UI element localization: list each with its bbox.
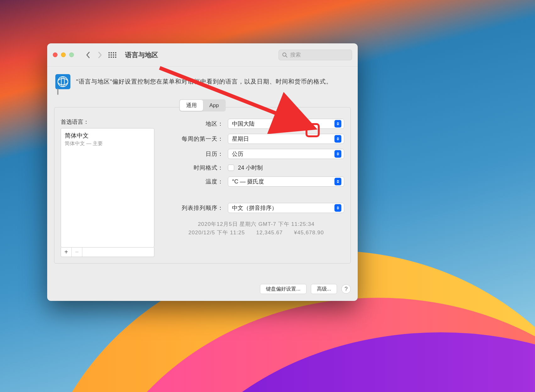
temperature-value: °C — 摄氏度 [232,178,264,185]
search-field[interactable] [279,50,352,60]
sort-order-label: 列表排列顺序： [168,204,223,212]
tab-bar: 通用 App [47,99,358,112]
preferences-window: 语言与地区 "语言与地区"偏好设置控制您在菜单和对话框中看到的语言，以及日期、时… [47,43,358,301]
format-preview: 2020年12月5日 星期六 GMT-7 下午 11:25:34 2020/12… [168,220,344,237]
svg-point-0 [283,53,286,56]
zoom-icon [69,52,74,57]
advanced-button[interactable]: 高级... [311,284,337,294]
preview-number: 12,345.67 [256,230,283,236]
chevron-updown-icon [334,120,341,128]
first-weekday-popup[interactable]: 星期日 [228,134,344,144]
chevron-updown-icon [334,204,341,212]
24hr-checkbox[interactable] [228,165,234,171]
region-label: 地区： [168,120,223,128]
back-button[interactable] [83,49,93,61]
content-panel: 首选语言： 简体中文 简体中文 — 主要 + − 地区： 中国大陆 [54,107,351,264]
temperature-popup[interactable]: °C — 摄氏度 [228,177,344,187]
keyboard-prefs-button[interactable]: 键盘偏好设置... [260,284,306,294]
remove-button: − [72,248,82,257]
languages-list[interactable]: 简体中文 简体中文 — 主要 [61,128,154,248]
sort-order-value: 中文（拼音排序） [232,204,277,212]
globe-flag-icon [55,74,70,89]
language-name: 简体中文 [65,132,150,140]
region-value: 中国大陆 [232,120,255,128]
region-popup[interactable]: 中国大陆 [228,119,344,129]
minimize-icon[interactable] [61,52,66,57]
first-weekday-label: 每周的第一天： [168,135,223,143]
show-all-icon[interactable] [108,52,116,58]
window-controls [53,52,74,57]
tab-general[interactable]: 通用 [180,100,203,111]
calendar-popup[interactable]: 公历 [228,149,344,159]
forward-button [95,49,105,61]
chevron-updown-icon [334,178,341,185]
time-format-value: 24 小时制 [238,164,263,172]
chevron-updown-icon [334,150,341,158]
add-button[interactable]: + [61,248,72,257]
first-weekday-value: 星期日 [232,135,249,143]
search-input[interactable] [290,52,357,58]
intro-row: "语言与地区"偏好设置控制您在菜单和对话框中看到的语言，以及日期、时间和货币的格… [47,67,358,95]
svg-line-1 [286,56,287,57]
footer: 键盘偏好设置... 高级... ? [47,284,358,301]
language-subtitle: 简体中文 — 主要 [65,140,150,147]
preview-date-short: 2020/12/5 下午 11:25 [189,230,245,236]
list-item[interactable]: 简体中文 简体中文 — 主要 [61,128,154,148]
preview-line1: 2020年12月5日 星期六 GMT-7 下午 11:25:34 [168,220,344,228]
temperature-label: 温度： [168,178,223,185]
toolbar: 语言与地区 [47,43,358,67]
search-icon [282,52,288,58]
preferred-languages-label: 首选语言： [61,118,154,126]
tab-app[interactable]: App [203,100,225,111]
list-actions: + − [61,248,154,257]
time-format-label: 时间格式： [168,164,223,172]
calendar-value: 公历 [232,150,243,158]
preview-currency: ¥45,678.90 [294,230,324,236]
help-button[interactable]: ? [341,284,351,294]
close-icon[interactable] [53,52,58,57]
calendar-label: 日历： [168,150,223,158]
intro-text: "语言与地区"偏好设置控制您在菜单和对话框中看到的语言，以及日期、时间和货币的格… [76,78,333,86]
window-title: 语言与地区 [125,51,158,59]
chevron-updown-icon [334,135,341,143]
sort-order-popup[interactable]: 中文（拼音排序） [228,203,344,213]
